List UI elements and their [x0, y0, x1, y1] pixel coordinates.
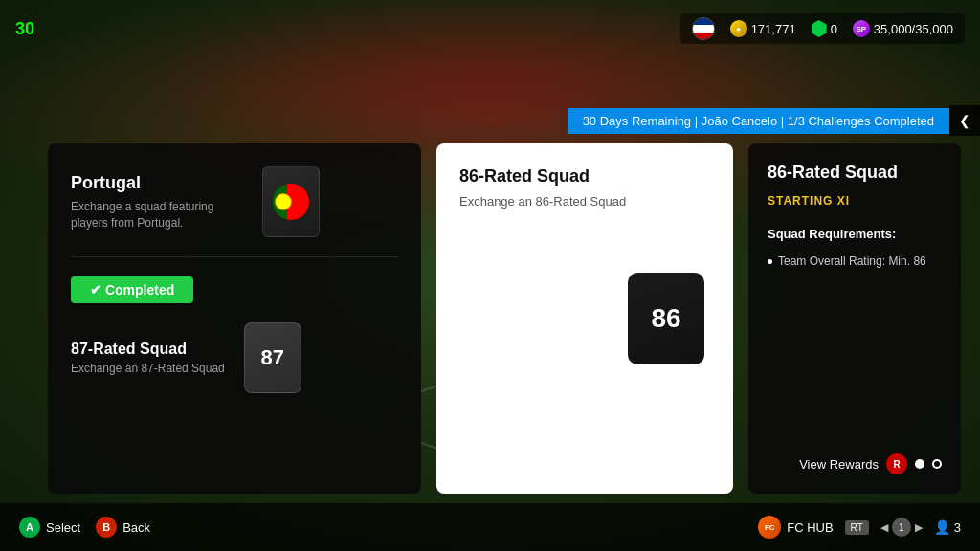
squad87-info: 87-Rated Squad Exchange an 87-Rated Squa… — [71, 341, 225, 375]
nav-arrows: ◀ 1 ▶ — [880, 518, 923, 537]
main-content: Portugal Exchange a squad featuring play… — [48, 143, 961, 494]
sp-currency: SP 35,000/35,000 — [853, 20, 953, 37]
bottom-right: FC FC HUB RT ◀ 1 ▶ 👤 3 — [758, 516, 961, 539]
portugal-info: Portugal Exchange a squad featuring play… — [71, 173, 243, 231]
dot-indicator-active — [915, 459, 924, 469]
select-control[interactable]: A Select — [19, 517, 80, 538]
hud-top: 30 ● 171,771 0 SP 35,000/35,000 — [0, 0, 980, 57]
squad87-description: Exchange an 87-Rated Squad — [71, 362, 225, 375]
hud-bottom: A Select B Back FC FC HUB RT ◀ 1 ▶ 👤 3 — [0, 503, 980, 551]
banner-text: 30 Days Remaining | João Cancelo | 1/3 C… — [568, 108, 949, 134]
person-icon: 👤 — [934, 519, 950, 535]
squad87-title: 87-Rated Squad — [71, 341, 225, 358]
right-title: 86-Rated Squad — [768, 163, 942, 183]
dot-indicator-inactive — [932, 459, 942, 469]
center-title: 86-Rated Squad — [459, 166, 590, 187]
arrow-left: ◀ — [880, 521, 888, 534]
player-count: 3 — [954, 520, 961, 535]
nav-1: 1 — [892, 518, 911, 537]
reward-r-button[interactable]: R — [886, 453, 907, 474]
req-bullet — [768, 259, 772, 264]
center-card-badge: 86 — [628, 273, 704, 364]
left-panel: Portugal Exchange a squad featuring play… — [48, 143, 421, 494]
player-count-badge: 👤 3 — [934, 519, 961, 535]
arrow-right: ▶ — [915, 521, 923, 534]
b-button: B — [96, 517, 117, 538]
rt-button[interactable]: RT — [845, 520, 869, 535]
completed-label: ✔ Completed — [90, 282, 174, 298]
flag-currency — [692, 17, 715, 40]
center-panel[interactable]: 86-Rated Squad Exchange an 86-Rated Squa… — [436, 143, 733, 494]
sp-icon: SP — [853, 20, 870, 37]
banner-toggle-button[interactable]: ❮ — [949, 105, 980, 136]
shield-icon — [812, 20, 827, 37]
fc-hub-label: FC HUB — [787, 520, 833, 535]
squad-req-title: Squad Requirements: — [768, 227, 942, 241]
challenge-banner: 30 Days Remaining | João Cancelo | 1/3 C… — [568, 105, 980, 136]
bottom-controls: A Select B Back — [19, 517, 150, 538]
portugal-section[interactable]: Portugal Exchange a squad featuring play… — [71, 166, 398, 257]
flag-icon — [692, 17, 715, 40]
shield-currency: 0 — [812, 20, 837, 37]
coin-icon: ● — [730, 20, 747, 37]
timer-display: 30 — [15, 19, 34, 39]
portugal-description: Exchange a squad featuring players from … — [71, 199, 243, 231]
squad87-card-badge: 87 — [244, 322, 301, 393]
back-label: Back — [122, 520, 150, 535]
center-description: Exchange an 86-Rated Squad — [459, 194, 626, 209]
req-item-1: Team Overall Rating: Min. 86 — [768, 254, 942, 268]
portugal-card-badge — [262, 166, 320, 237]
right-panel: 86-Rated Squad STARTING XI Squad Require… — [748, 143, 961, 494]
view-rewards-row: View Rewards R — [768, 453, 942, 474]
back-control[interactable]: B Back — [96, 517, 150, 538]
starting-xi-label: STARTING XI — [768, 194, 942, 208]
squad87-section[interactable]: 87-Rated Squad Exchange an 87-Rated Squa… — [71, 322, 398, 393]
currency-bar: ● 171,771 0 SP 35,000/35,000 — [680, 13, 965, 44]
view-rewards-label: View Rewards — [799, 457, 879, 472]
completed-badge: ✔ Completed — [71, 276, 193, 303]
a-button: A — [19, 517, 40, 538]
portugal-flag-icon — [273, 184, 309, 220]
select-label: Select — [46, 520, 80, 535]
req-text-1: Team Overall Rating: Min. 86 — [778, 254, 926, 268]
portugal-title: Portugal — [71, 173, 243, 193]
fc-hub-badge: FC FC HUB — [758, 516, 833, 539]
coins-currency: ● 171,771 — [730, 20, 796, 37]
fc-icon: FC — [758, 516, 781, 539]
